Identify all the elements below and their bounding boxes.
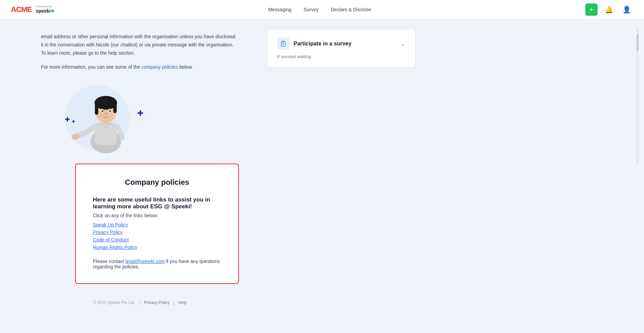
policies-contact: Please contact legal@speeki.com if you h… <box>93 259 221 269</box>
list-item: Human Rights Policy <box>93 244 221 250</box>
survey-card-title: Participate in a survey <box>294 41 352 47</box>
footer-help-link[interactable]: Help <box>178 300 187 305</box>
navbar: ACME Powered by speeki Messaging Survey … <box>0 0 644 19</box>
list-item: Speak Up Policy <box>93 222 221 228</box>
speeki-brand-name: speeki <box>36 9 51 14</box>
company-policies-link[interactable]: company policies <box>141 64 178 70</box>
svg-rect-20 <box>283 41 284 42</box>
info-paragraph-1: email address or other personal informat… <box>41 33 239 57</box>
notification-icon: 🔔 <box>605 5 613 14</box>
svg-point-11 <box>109 110 111 112</box>
policies-card: Company policies Here are some useful li… <box>75 164 239 284</box>
avatar-svg <box>72 82 140 153</box>
deco-plus-1: ✚ <box>65 116 70 123</box>
navbar-actions: + 🔔 👤 <box>585 3 633 16</box>
footer-privacy-link[interactable]: Privacy Policy <box>144 300 170 305</box>
svg-point-10 <box>102 110 103 112</box>
svg-point-12 <box>105 112 107 115</box>
nav-declare[interactable]: Declare & Disclose <box>331 7 371 12</box>
human-rights-policy-link[interactable]: Human Rights Policy <box>93 245 137 250</box>
survey-card: Participate in a survey ⌄ 0 surveys wait… <box>268 29 415 67</box>
policies-links-list: Speak Up Policy Privacy Policy Code of C… <box>93 222 221 250</box>
main-layout: email address or other personal informat… <box>0 19 644 333</box>
list-item: Code of Conduct <box>93 237 221 243</box>
info-paragraph-2: For more information, you can see some o… <box>41 63 239 71</box>
survey-card-header: Participate in a survey ⌄ <box>277 38 405 50</box>
policies-subtitle: Here are some useful links to assist you… <box>93 196 221 210</box>
nav-survey[interactable]: Survey <box>304 7 319 12</box>
navbar-nav: Messaging Survey Declare & Disclose <box>268 7 371 12</box>
code-of-conduct-link[interactable]: Code of Conduct <box>93 237 129 242</box>
speeki-dot-icon <box>51 10 54 12</box>
policies-card-title: Company policies <box>93 178 221 187</box>
right-panel: Participate in a survey ⌄ 0 surveys wait… <box>259 19 423 333</box>
policies-instruction: Click on any of the links below: <box>93 213 221 218</box>
chevron-down-icon[interactable]: ⌄ <box>400 40 405 47</box>
navbar-brand: ACME Powered by speeki <box>11 5 54 14</box>
svg-rect-1 <box>95 123 117 145</box>
survey-status: 0 surveys waiting <box>277 54 405 59</box>
clipboard-icon <box>280 40 287 47</box>
user-icon: 👤 <box>622 5 631 14</box>
footer: © 2023 Speeki Pte Ltd. | Privacy Policy … <box>41 294 239 311</box>
speak-up-policy-link[interactable]: Speak Up Policy <box>93 222 128 227</box>
powered-by-section: Powered by speeki <box>36 5 54 14</box>
left-content: email address or other personal informat… <box>0 19 259 333</box>
contact-email-link[interactable]: legal@speeki.com <box>126 259 165 264</box>
footer-sep-2: | <box>173 300 174 305</box>
user-profile-button[interactable]: 👤 <box>621 3 633 16</box>
svg-point-7 <box>96 96 116 107</box>
survey-header-left: Participate in a survey <box>277 38 352 50</box>
acme-logo: ACME <box>11 5 32 14</box>
scrollbar-thumb[interactable] <box>636 34 639 51</box>
privacy-policy-link[interactable]: Privacy Policy <box>93 230 123 235</box>
scrollbar-track[interactable] <box>636 27 639 164</box>
nav-messaging[interactable]: Messaging <box>268 7 291 12</box>
avatar-section: ✚ ✚ ✚ <box>61 82 150 153</box>
add-button[interactable]: + <box>585 3 598 16</box>
survey-icon <box>277 38 289 50</box>
footer-copyright: © 2023 Speeki Pte Ltd. <box>93 300 135 305</box>
footer-sep-1: | <box>139 300 140 305</box>
notification-button[interactable]: 🔔 <box>603 3 615 16</box>
list-item: Privacy Policy <box>93 229 221 235</box>
